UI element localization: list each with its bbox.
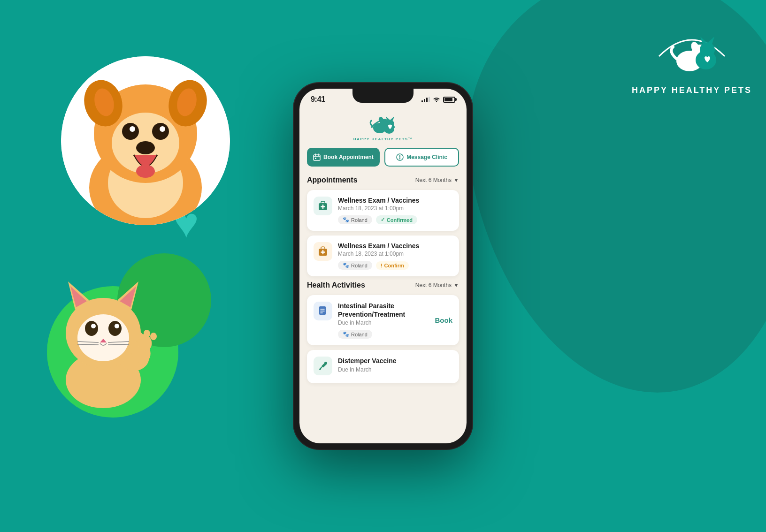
message-clinic-button[interactable]: Message Clinic (384, 148, 459, 167)
appointments-filter-label: Next 6 Months (415, 177, 452, 183)
svg-point-14 (136, 165, 155, 178)
confirm-tag-2[interactable]: ! Confirm (376, 261, 409, 270)
svg-point-21 (77, 314, 129, 361)
appt-title-2: Wellness Exam / Vaccines (338, 242, 452, 250)
health-card-2[interactable]: Distemper Vaccine Due in March (307, 350, 459, 383)
svg-point-22 (85, 321, 98, 336)
health-pet-tag-1: 🐾 Roland (338, 330, 372, 339)
cat-decoration (19, 249, 188, 408)
exclaim-icon-2: ! (381, 263, 383, 268)
health-section-header: Health Activities Next 6 Months ▼ (307, 281, 459, 289)
phone-notch (352, 89, 414, 103)
book-appointment-button[interactable]: Book Appointment (307, 148, 380, 167)
svg-point-23 (108, 321, 122, 336)
svg-rect-55 (315, 158, 316, 159)
appointments-filter[interactable]: Next 6 Months ▼ (415, 177, 459, 183)
health-icon-2 (314, 357, 332, 375)
svg-point-9 (122, 123, 139, 140)
svg-point-72 (324, 362, 327, 365)
phone-screen: 9:41 (299, 89, 467, 443)
appointments-title: Appointments (307, 176, 358, 184)
appt-row-2: Wellness Exam / Vaccines March 18, 2023 … (314, 242, 452, 270)
health-tags-1: 🐾 Roland (338, 330, 429, 339)
health-title-1: Intestinal Parasite Prevention/Treatment (338, 302, 429, 319)
health-filter-chevron-icon: ▼ (453, 282, 459, 289)
svg-line-30 (108, 344, 129, 345)
svg-point-41 (700, 42, 715, 57)
svg-point-10 (152, 123, 169, 140)
app-content[interactable]: HAPPY HEALTHY PETS™ Book Appointment (299, 107, 467, 439)
pet-tag-1: 🐾 Roland (338, 215, 372, 224)
health-info-2: Distemper Vaccine Due in March (338, 357, 452, 376)
svg-point-36 (150, 333, 157, 340)
brand-name-text: HAPPY HEALTHY PETS (632, 85, 752, 95)
phone-frame: 9:41 (294, 83, 472, 449)
appt-icon-1 (314, 197, 332, 215)
action-buttons: Book Appointment Message Clinic (307, 148, 459, 167)
status-time: 9:41 (311, 95, 325, 104)
appt-icon-2 (314, 242, 332, 261)
health-icon-1 (314, 302, 332, 320)
check-icon-1: ✓ (381, 217, 385, 223)
medical-bag-icon-2 (318, 246, 328, 257)
document-icon (318, 306, 328, 316)
svg-point-12 (160, 126, 165, 132)
svg-point-11 (130, 126, 135, 132)
health-info-1: Intestinal Parasite Prevention/Treatment… (338, 302, 429, 339)
health-book-button-1[interactable]: Book (435, 316, 453, 324)
app-logo-icon (367, 111, 399, 137)
svg-point-25 (115, 324, 119, 328)
health-filter-label: Next 6 Months (415, 282, 452, 289)
svg-point-13 (136, 141, 155, 154)
medical-bag-icon-1 (318, 201, 328, 211)
book-appointment-label: Book Appointment (323, 154, 374, 160)
battery-icon (443, 97, 455, 103)
pet-tag-2: 🐾 Roland (338, 261, 372, 270)
svg-point-24 (91, 324, 96, 328)
appt-info-2: Wellness Exam / Vaccines March 18, 2023 … (338, 242, 452, 270)
appointments-section-header: Appointments Next 6 Months ▼ (307, 176, 459, 184)
health-filter[interactable]: Next 6 Months ▼ (415, 282, 459, 289)
app-logo-area: HAPPY HEALTHY PETS™ (307, 107, 459, 148)
health-due-1: Due in March (338, 319, 429, 326)
wifi-icon (433, 97, 440, 102)
brand-logo-area: HAPPY HEALTHY PETS (632, 19, 752, 95)
health-title-2: Distemper Vaccine (338, 357, 452, 365)
svg-rect-51 (314, 155, 320, 160)
phone-mockup: 9:41 (294, 83, 472, 449)
dog-photo (61, 56, 230, 225)
appointment-card-1[interactable]: Wellness Exam / Vaccines March 18, 2023 … (307, 190, 459, 231)
calendar-icon (313, 153, 321, 161)
svg-rect-65 (319, 306, 326, 315)
health-due-2: Due in March (338, 366, 452, 373)
appt-info-1: Wellness Exam / Vaccines March 18, 2023 … (338, 197, 452, 224)
confirmed-tag-1: ✓ Confirmed (376, 215, 417, 224)
appt-row-1: Wellness Exam / Vaccines March 18, 2023 … (314, 197, 452, 224)
syringe-icon (318, 361, 328, 371)
paw-icon-1: 🐾 (343, 217, 349, 223)
message-icon (396, 153, 404, 161)
health-row-1: Intestinal Parasite Prevention/Treatment… (314, 302, 452, 339)
filter-chevron-icon: ▼ (453, 177, 459, 183)
status-icons (421, 97, 455, 103)
paw-icon-h1: 🐾 (343, 331, 349, 337)
brand-logo-icon (650, 19, 734, 80)
health-card-1[interactable]: Intestinal Parasite Prevention/Treatment… (307, 295, 459, 345)
message-clinic-label: Message Clinic (406, 154, 447, 160)
appt-tags-1: 🐾 Roland ✓ Confirmed (338, 215, 452, 224)
appt-datetime-2: March 18, 2023 at 1:00pm (338, 251, 452, 257)
app-logo-text: HAPPY HEALTHY PETS™ (353, 137, 413, 141)
signal-icon (421, 97, 430, 102)
appt-datetime-1: March 18, 2023 at 1:00pm (338, 205, 452, 212)
appt-tags-2: 🐾 Roland ! Confirm (338, 261, 452, 270)
appt-title-1: Wellness Exam / Vaccines (338, 197, 452, 204)
appointment-card-2[interactable]: Wellness Exam / Vaccines March 18, 2023 … (307, 236, 459, 276)
health-title: Health Activities (307, 281, 365, 289)
paw-icon-2: 🐾 (343, 262, 349, 268)
health-row-2: Distemper Vaccine Due in March (314, 357, 452, 376)
svg-line-28 (77, 344, 99, 345)
